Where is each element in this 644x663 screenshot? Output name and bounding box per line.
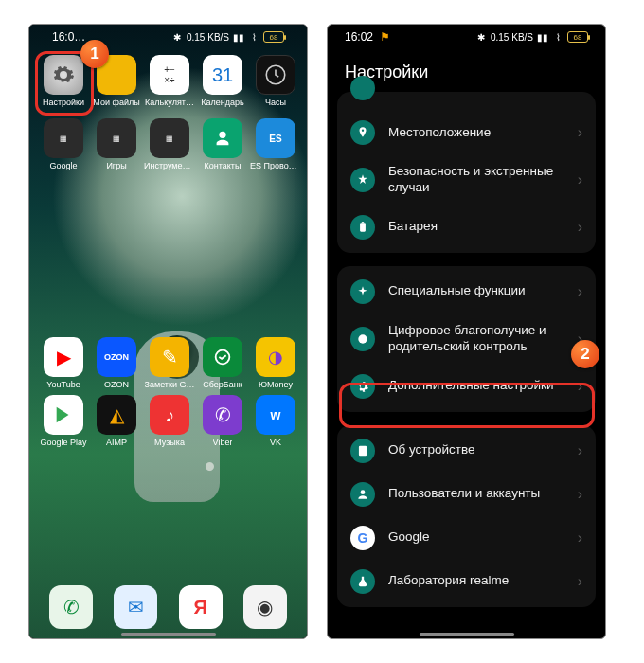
yoomoney-icon: ◑ bbox=[256, 337, 295, 377]
app-ozon[interactable]: OZONOZON bbox=[90, 337, 143, 389]
svg-rect-2 bbox=[360, 223, 366, 231]
sparkle-icon bbox=[350, 279, 375, 304]
chevron-right-icon: › bbox=[578, 124, 582, 141]
chevron-right-icon: › bbox=[578, 171, 582, 188]
svg-point-6 bbox=[361, 490, 366, 494]
chat-icon: ✉ bbox=[114, 585, 157, 629]
app-label: Часы bbox=[265, 98, 286, 107]
battery-icon: 68 bbox=[567, 31, 588, 43]
highlight-additional-settings bbox=[339, 383, 595, 428]
app-notes[interactable]: ✎Заметки G… bbox=[143, 337, 196, 389]
app-row-3: ▶YouTube OZONOZON ✎Заметки G… СберБанк ◑… bbox=[35, 332, 301, 389]
svg-rect-5 bbox=[359, 445, 367, 456]
bluetooth-icon: ✱ bbox=[475, 31, 487, 43]
chevron-right-icon: › bbox=[578, 219, 582, 236]
callout-1: 1 bbox=[80, 40, 109, 68]
vk-icon: w bbox=[256, 395, 295, 435]
pin-icon bbox=[350, 120, 375, 145]
calculator-icon: +−×÷ bbox=[150, 55, 189, 95]
viber-icon: ✆ bbox=[203, 395, 242, 435]
app-contacts[interactable]: Контакты bbox=[196, 118, 249, 170]
app-calculator[interactable]: +−×÷ Калькулят… bbox=[143, 55, 196, 107]
settings-row-location[interactable]: Местоположение › bbox=[337, 111, 596, 154]
app-row-4: Google Play ◭AIMP ♪Музыка ✆Viber wVK bbox=[35, 389, 301, 447]
net-speed: 0.15 KB/S bbox=[491, 32, 533, 43]
play-icon bbox=[44, 395, 83, 435]
app-google-play[interactable]: Google Play bbox=[37, 395, 90, 447]
dock-yandex[interactable]: Я bbox=[174, 585, 227, 629]
folder-icon: ▦ bbox=[97, 118, 136, 158]
chevron-right-icon: › bbox=[578, 283, 582, 300]
flask-icon bbox=[350, 569, 375, 594]
google-icon: G bbox=[350, 526, 375, 550]
settings-list[interactable]: Местоположение › Безопасность и экстренн… bbox=[328, 92, 605, 617]
gesture-bar[interactable] bbox=[121, 633, 216, 636]
app-calendar[interactable]: 31 Календарь bbox=[196, 55, 249, 107]
settings-row-partial[interactable] bbox=[337, 92, 596, 111]
signal-icon: ▮▮ bbox=[233, 31, 244, 43]
settings-row-wellbeing[interactable]: Цифровое благополучие и родительский кон… bbox=[337, 314, 596, 365]
wellbeing-icon bbox=[350, 327, 375, 351]
dock-messages[interactable]: ✉ bbox=[109, 585, 162, 629]
app-folder-tools[interactable]: ▦Инструмен… bbox=[143, 118, 196, 170]
settings-row-users[interactable]: Пользователи и аккаунты › bbox=[337, 473, 596, 516]
settings-row-about[interactable]: Об устройстве › bbox=[337, 429, 596, 473]
status-bar: 16:0… ✱ 0.15 KB/S ▮▮ ⌇ 68 bbox=[35, 25, 301, 49]
phone-home-screen: 16:0… ✱ 0.15 KB/S ▮▮ ⌇ 68 Настройки Мои … bbox=[28, 24, 308, 639]
clock-icon bbox=[256, 55, 295, 95]
settings-row-realme-lab[interactable]: Лаборатория realme › bbox=[337, 560, 596, 603]
callout-2: 2 bbox=[571, 340, 599, 368]
yandex-icon: Я bbox=[179, 585, 223, 629]
ozon-icon: OZON bbox=[97, 337, 136, 377]
dock-camera[interactable]: ◉ bbox=[239, 585, 292, 629]
app-label: Мои файлы bbox=[93, 98, 139, 107]
app-sberbank[interactable]: СберБанк bbox=[196, 337, 249, 389]
app-label: Календарь bbox=[201, 98, 243, 107]
app-viber[interactable]: ✆Viber bbox=[196, 395, 249, 447]
svg-rect-3 bbox=[362, 222, 364, 223]
status-time: 16:02 bbox=[345, 30, 373, 44]
aimp-icon: ◭ bbox=[97, 395, 136, 435]
status-bar: 16:02 ⚑ ✱ 0.15 KB/S ▮▮ ⌇ 68 bbox=[328, 25, 605, 49]
settings-row-special[interactable]: Специальные функции › bbox=[337, 270, 596, 314]
folder-icon: ▦ bbox=[44, 118, 83, 158]
chevron-right-icon: › bbox=[578, 442, 582, 459]
app-yoomoney[interactable]: ◑ЮMoney bbox=[249, 337, 302, 389]
dock-phone[interactable]: ✆ bbox=[45, 585, 98, 629]
es-icon: ES bbox=[256, 118, 295, 158]
row-icon bbox=[350, 76, 375, 100]
battery-icon: 68 bbox=[263, 31, 284, 43]
youtube-icon: ▶ bbox=[44, 337, 83, 377]
app-youtube[interactable]: ▶YouTube bbox=[37, 337, 90, 389]
chevron-right-icon: › bbox=[578, 529, 582, 547]
app-folder-google[interactable]: ▦Google bbox=[37, 118, 90, 170]
sber-icon bbox=[203, 337, 242, 377]
app-vk[interactable]: wVK bbox=[249, 395, 302, 447]
chevron-right-icon: › bbox=[578, 486, 582, 503]
app-clock[interactable]: Часы bbox=[249, 55, 302, 107]
star-icon bbox=[350, 168, 375, 192]
app-folder-games[interactable]: ▦Игры bbox=[90, 118, 143, 170]
notes-icon: ✎ bbox=[150, 337, 189, 377]
contacts-icon bbox=[203, 118, 242, 158]
wifi-icon: ⌇ bbox=[248, 31, 259, 43]
settings-row-security[interactable]: Безопасность и экстренные случаи › bbox=[337, 154, 596, 206]
net-speed: 0.15 KB/S bbox=[187, 32, 229, 43]
folder-icon: ▦ bbox=[150, 118, 189, 158]
settings-row-battery[interactable]: Батарея › bbox=[337, 206, 596, 249]
calendar-icon: 31 bbox=[203, 55, 242, 95]
svg-point-4 bbox=[358, 334, 367, 343]
app-aimp[interactable]: ◭AIMP bbox=[90, 395, 143, 447]
app-es-explorer[interactable]: ESES Провод… bbox=[249, 118, 302, 170]
status-time: 16:0… bbox=[52, 30, 85, 44]
settings-row-google[interactable]: G Google › bbox=[337, 516, 596, 560]
phone-settings-screen: 16:02 ⚑ ✱ 0.15 KB/S ▮▮ ⌇ 68 Настройки Ме… bbox=[327, 24, 606, 639]
wifi-icon: ⌇ bbox=[552, 31, 564, 43]
music-icon: ♪ bbox=[150, 395, 189, 435]
gesture-bar[interactable] bbox=[420, 633, 514, 636]
signal-icon: ▮▮ bbox=[537, 31, 548, 43]
app-row-2: ▦Google ▦Игры ▦Инструмен… Контакты ESES … bbox=[35, 113, 301, 170]
app-music[interactable]: ♪Музыка bbox=[143, 395, 196, 447]
app-label: Калькулят… bbox=[145, 98, 194, 107]
user-icon bbox=[350, 482, 375, 507]
